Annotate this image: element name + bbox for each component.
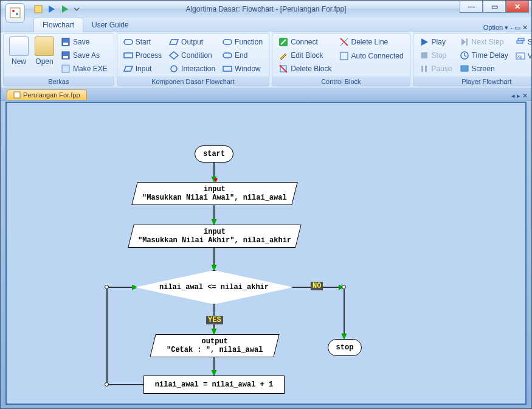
function-icon xyxy=(223,37,232,47)
next-step-btn: Next Step xyxy=(457,37,511,47)
node-output[interactable]: output"Cetak : ", nilai_awal xyxy=(150,334,279,357)
save-icon xyxy=(61,37,71,47)
group-control-block: Connect Edit Block Delete Block Delete L… xyxy=(272,33,410,86)
group-caption: Control Block xyxy=(272,77,409,86)
svg-rect-7 xyxy=(63,43,68,45)
next-step-icon xyxy=(460,37,469,47)
edit-block-btn[interactable]: Edit Block xyxy=(276,50,334,61)
app-icon xyxy=(9,7,21,19)
connect-btn[interactable]: Connect xyxy=(276,37,334,47)
save-as-icon xyxy=(61,51,71,60)
node-input-1[interactable]: input"Masukkan Nilai Awal", nilai_awal xyxy=(131,182,297,205)
node-stop[interactable]: stop xyxy=(328,339,362,356)
time-delay-btn[interactable]: Time Delay xyxy=(457,50,511,61)
stack-icon xyxy=(516,37,525,47)
svg-rect-33 xyxy=(461,66,468,71)
close-button[interactable]: ✕ xyxy=(506,1,529,13)
save-button[interactable]: Save xyxy=(58,37,110,47)
qat-item-icon[interactable] xyxy=(33,4,43,14)
node-start[interactable]: start xyxy=(195,145,233,163)
node-process[interactable]: nilai_awal = nilai_awal + 1 xyxy=(143,376,285,394)
variable-icon: xy xyxy=(516,51,525,61)
maximize-button[interactable]: ▭ xyxy=(483,1,506,13)
node-input-2[interactable]: input"Masukkan Nilai Akhir", nilai_akhir xyxy=(128,225,301,248)
qat-dropdown-icon[interactable] xyxy=(74,4,83,14)
screen-btn[interactable]: Screen xyxy=(457,63,511,74)
input-icon xyxy=(123,64,133,74)
process-btn[interactable]: Process xyxy=(121,50,164,61)
svg-rect-12 xyxy=(124,53,133,58)
svg-rect-17 xyxy=(223,40,232,44)
condition-icon xyxy=(169,51,179,60)
port xyxy=(105,382,109,386)
output-icon xyxy=(169,37,179,47)
input-btn[interactable]: Input xyxy=(121,63,164,74)
start-btn[interactable]: Start xyxy=(121,37,164,47)
svg-rect-34 xyxy=(518,38,524,41)
auto-connected-btn[interactable]: Auto Connected xyxy=(337,51,406,61)
app-menu-button[interactable] xyxy=(5,3,25,23)
make-exe-button[interactable]: Make EXE xyxy=(58,63,110,74)
label-no: NO xyxy=(311,282,323,290)
exe-icon xyxy=(61,64,71,74)
window-icon xyxy=(223,64,232,74)
output-btn[interactable]: Output xyxy=(167,37,218,47)
qat-item-icon[interactable] xyxy=(60,4,70,14)
edit-icon xyxy=(278,51,288,60)
function-btn[interactable]: Function xyxy=(220,37,265,47)
time-delay-icon xyxy=(460,51,469,60)
port xyxy=(105,285,109,289)
node-condition[interactable]: nilai_awal <= nilai_akhir xyxy=(135,270,293,304)
delete-block-btn[interactable]: Delete Block xyxy=(276,63,334,74)
svg-rect-11 xyxy=(124,40,133,44)
process-icon xyxy=(123,51,133,60)
svg-rect-0 xyxy=(10,8,20,18)
ribbon: New Open Save Save As Make EXE Berkas St… xyxy=(1,32,531,88)
doc-icon xyxy=(13,91,21,99)
end-icon xyxy=(223,51,232,60)
pause-icon xyxy=(420,64,429,74)
interaction-btn[interactable]: Interaction xyxy=(167,63,218,74)
svg-marker-30 xyxy=(461,38,466,46)
window-btn[interactable]: Window xyxy=(220,63,265,74)
doc-nav-icons[interactable]: ◂ ▸ ✕ xyxy=(511,92,528,100)
pause-btn: Pause xyxy=(417,63,455,74)
svg-rect-38 xyxy=(14,92,20,98)
flowchart-canvas[interactable]: start input"Masukkan Nilai Awal", nilai_… xyxy=(5,102,527,405)
variable-btn[interactable]: xyVariable xyxy=(513,51,532,61)
svg-rect-35 xyxy=(517,41,523,43)
new-button[interactable]: New xyxy=(6,35,32,75)
stack-btn[interactable]: Stack xyxy=(513,37,532,47)
save-as-button[interactable]: Save As xyxy=(58,50,110,61)
new-icon xyxy=(9,37,29,56)
svg-rect-9 xyxy=(63,56,68,58)
open-button[interactable]: Open xyxy=(32,35,57,75)
title-bar: Algortima Dasar: Flowchart - [Perulangan… xyxy=(1,1,531,18)
minimize-button[interactable]: — xyxy=(460,1,483,13)
delete-line-btn[interactable]: Delete Line xyxy=(337,37,406,47)
delete-line-icon xyxy=(339,37,349,47)
svg-point-1 xyxy=(12,10,15,12)
open-icon xyxy=(35,37,54,56)
connectors xyxy=(7,103,525,404)
condition-btn[interactable]: Condition xyxy=(167,50,218,61)
svg-point-16 xyxy=(171,66,177,72)
qat-item-icon[interactable] xyxy=(47,4,57,14)
group-komponen: Start Process Input Output Condition Int… xyxy=(117,33,269,86)
auto-conn-icon xyxy=(339,51,349,61)
svg-marker-5 xyxy=(62,5,68,13)
option-menu[interactable]: Option ▾ - ▭ ✕ xyxy=(483,24,528,32)
connect-icon xyxy=(278,37,288,47)
stop-btn: Stop xyxy=(417,50,455,61)
svg-rect-28 xyxy=(421,66,423,72)
play-icon xyxy=(420,37,429,47)
group-player: Play Stop Pause Next Step Time Delay Scr… xyxy=(413,33,532,86)
play-btn[interactable]: Play xyxy=(417,37,455,47)
document-tab[interactable]: Perulangan For.fpp xyxy=(7,89,87,100)
terminator-icon xyxy=(123,37,133,47)
end-btn[interactable]: End xyxy=(220,50,265,61)
svg-rect-25 xyxy=(340,52,348,60)
tab-flowchart[interactable]: Flowchart xyxy=(33,18,83,32)
tab-user-guide[interactable]: User Guide xyxy=(83,18,137,32)
group-caption: Berkas xyxy=(4,77,114,86)
